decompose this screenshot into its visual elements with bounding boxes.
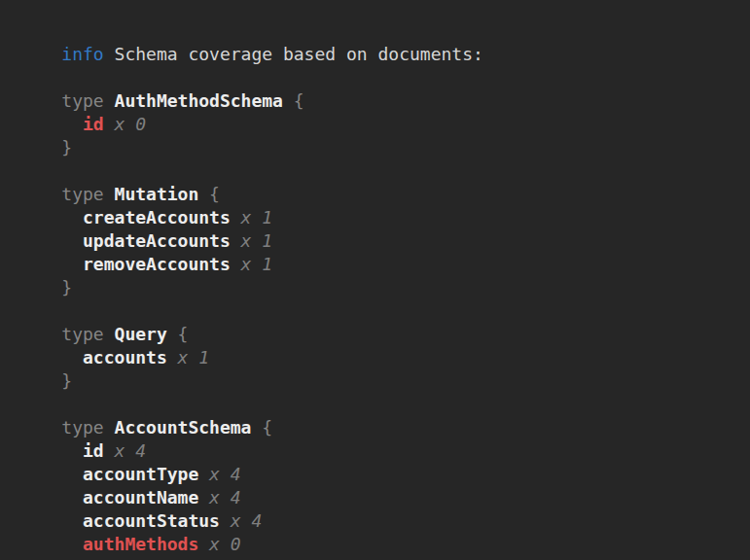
type-keyword: type xyxy=(61,417,103,438)
field-hit-count: x 1 xyxy=(241,254,273,274)
close-brace: } xyxy=(61,137,72,158)
field-name: accountType xyxy=(83,464,198,484)
blank-line xyxy=(19,369,740,393)
open-brace: { xyxy=(294,90,304,111)
type-name: AuthMethodSchema xyxy=(115,90,283,111)
log-line: infoSchema coverage based on documents: xyxy=(19,19,740,43)
field-hit-count: x 0 xyxy=(115,114,147,134)
field-name: accountName xyxy=(83,487,198,508)
open-brace: { xyxy=(262,417,272,438)
type-header-query: typeQuery{ xyxy=(19,299,740,323)
type-keyword: type xyxy=(61,90,103,111)
field-hit-count: x 1 xyxy=(241,230,273,251)
type-name: Query xyxy=(115,324,167,344)
open-brace: { xyxy=(209,184,220,204)
close-brace: } xyxy=(61,370,72,391)
field-hit-count: x 4 xyxy=(209,464,241,484)
field-hit-count: x 0 xyxy=(209,534,241,554)
type-keyword: type xyxy=(61,324,103,344)
field-name: accountStatus xyxy=(83,510,220,531)
field-hit-count: x 1 xyxy=(241,207,273,228)
field-name: createAccounts xyxy=(83,207,231,228)
field-hit-count: x 4 xyxy=(115,440,147,461)
terminal-output: infoSchema coverage based on documents: … xyxy=(0,0,750,560)
type-header-accountschema: typeAccountSchema{ xyxy=(19,393,740,416)
field-hit-count: x 1 xyxy=(178,347,210,368)
blank-line xyxy=(19,276,740,299)
field-name: updateAccounts xyxy=(83,230,231,251)
field-hit-count: x 4 xyxy=(231,510,263,531)
log-level-badge: info xyxy=(61,44,103,64)
type-name: AccountSchema xyxy=(115,417,252,438)
type-header-authmethodschema: typeAuthMethodSchema{ xyxy=(19,66,740,89)
field-name: authMethods xyxy=(83,534,198,554)
type-name: Mutation xyxy=(115,184,199,204)
open-brace: { xyxy=(178,324,189,344)
log-message: Schema coverage based on documents: xyxy=(115,44,483,64)
field-name: id xyxy=(83,114,104,134)
field-name: removeAccounts xyxy=(83,254,231,274)
field-name: accounts xyxy=(83,347,167,368)
field-hit-count: x 4 xyxy=(209,487,241,508)
blank-line xyxy=(19,136,740,159)
field-name: id xyxy=(83,440,104,461)
type-keyword: type xyxy=(61,184,103,204)
close-brace: } xyxy=(61,277,72,298)
type-header-mutation: typeMutation{ xyxy=(19,159,740,183)
